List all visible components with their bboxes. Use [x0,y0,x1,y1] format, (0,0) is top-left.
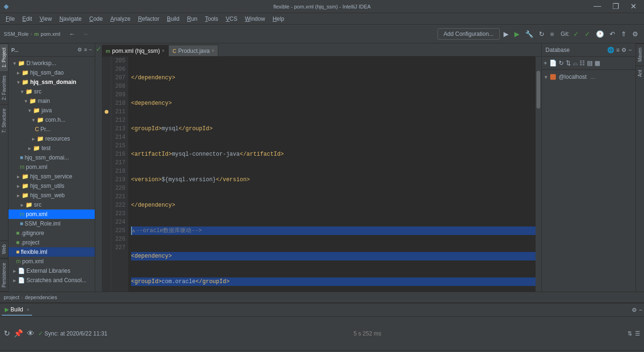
tree-item-service[interactable]: ► 📁 hjq_ssm_service [8,172,95,181]
navigate-back-button[interactable]: ← [66,28,78,40]
build-tab-close[interactable]: × [26,307,29,312]
stop-button[interactable]: ■ [548,28,556,40]
db-settings-icon[interactable]: ≡ [616,47,619,53]
menu-build[interactable]: Build [163,15,183,23]
tree-item-ssm-role-iml[interactable]: ■ SSM_Role.iml [8,219,95,228]
git-check2[interactable]: ✓ [583,28,592,40]
tree-item-domain-iml[interactable]: ■ hjq_ssm_domai... [8,153,95,162]
tree-item-project[interactable]: ■ .project [8,238,95,247]
tree-item-utils[interactable]: ► 📁 hjq_ssm_utils [8,181,95,191]
tree-item-pr[interactable]: C Pr... [8,125,95,134]
menu-vcs[interactable]: VCS [222,15,241,23]
tree-item-gitignore[interactable]: ■ .gitignore [8,228,95,238]
tree-item-hjq-domain[interactable]: ▼ 📁 hjq_ssm_domain [8,77,95,87]
breadcrumb-dependencies[interactable]: dependencies [25,294,58,300]
tree-item-pom-root[interactable]: m pom.xml [8,257,95,266]
tab-persistence[interactable]: Persistence [0,259,8,292]
ln-215: 215 [111,142,125,150]
editor-scrollbar[interactable] [536,57,541,292]
db-table-icon[interactable]: ☷ [579,59,585,67]
tab-project[interactable]: 1: Project [0,43,8,71]
menu-help[interactable]: Help [269,15,288,23]
tree-item-web[interactable]: ► 📁 hjq_ssm_web [8,191,95,200]
tree-item-scratches[interactable]: ► 📄 Scratches and Consol... [8,276,95,285]
maximize-button[interactable]: ❐ [609,2,623,11]
git-history[interactable]: 🕐 [594,28,606,40]
panel-icon-collapse[interactable]: − [89,47,92,53]
tab-ant[interactable]: Ant [636,66,644,81]
git-check1[interactable]: ✓ [571,28,581,40]
db-more-icon[interactable]: ... [590,74,595,80]
menu-edit[interactable]: Edit [18,15,36,23]
scrollbar-thumb[interactable] [537,71,540,109]
tree-item-java[interactable]: ▼ 📁 java [8,106,95,115]
tree-item-root[interactable]: ▼ 📁 D:\worksp... [8,59,95,68]
build-list-icon[interactable]: ☰ [635,330,640,337]
build-eye-button[interactable]: 👁 [27,329,34,338]
tree-item-comh[interactable]: ▼ 📁 com.h... [8,115,95,125]
tab-structure[interactable]: 7: Structure [0,104,8,137]
breadcrumb-project[interactable]: project [4,294,19,300]
menu-navigate[interactable]: Navigate [56,15,85,23]
db-filter-icon[interactable]: ▦ [594,59,600,67]
tree-item-resources[interactable]: ► 📁 resources [8,134,95,143]
git-push[interactable]: ⇑ [619,28,628,40]
tab-product-java[interactable]: C Product.java × [169,45,219,56]
db-col-icon[interactable]: ⌓ [573,59,578,67]
panel-icon-gear[interactable]: ⚙ [77,47,82,53]
debug-button[interactable]: ▶ [512,28,521,40]
tree-item-src[interactable]: ▼ 📁 src [8,87,95,96]
menu-code[interactable]: Code [85,15,107,23]
menu-file[interactable]: File [2,15,18,23]
menu-view[interactable]: View [36,15,56,23]
db-copy-icon[interactable]: 📄 [549,59,557,67]
git-undo[interactable]: ↶ [608,28,617,40]
tree-item-ext-libs[interactable]: ► 📄 External Libraries [8,266,95,276]
panel-icon-settings[interactable]: ≡ [84,47,87,53]
db-item-localhost[interactable]: ▼ @localhost ... [544,72,634,82]
refresh-button[interactable]: ↻ [537,28,546,40]
menu-window[interactable]: Window [241,15,269,23]
power-save[interactable]: ⚙ [630,28,640,40]
db-view-icon[interactable]: ▤ [587,59,593,67]
tab-maven[interactable]: Maven [636,43,644,66]
db-arrow-icon[interactable]: ⇅ [566,59,571,67]
add-configuration-button[interactable]: Add Configuration... [438,28,500,40]
tree-item-main[interactable]: ▼ 📁 main [8,96,95,106]
build-refresh-button[interactable]: ↻ [4,329,10,338]
tree-item-hjq-dao[interactable]: ► 📁 hjq_ssm_dao [8,68,95,77]
tree-item-pom-domain[interactable]: m pom.xml [8,162,95,172]
close-button[interactable]: ✕ [627,2,640,11]
navigate-forward-button[interactable]: ← [80,28,92,40]
tab-favorites[interactable]: 2: Favorites [0,71,8,104]
build-tab-build[interactable]: ▶ Build × [2,304,32,316]
db-globe-icon[interactable]: 🌐 [607,47,614,53]
menu-analyze[interactable]: Analyze [107,15,134,23]
tree-item-src2[interactable]: ► 📁 src [8,200,95,210]
db-add-icon[interactable]: + [544,59,547,67]
tree-item-flexible-iml[interactable]: ■ flexible.iml [8,247,95,257]
code-area[interactable]: </dependency> <dependency> <groupId>mysq… [128,57,536,292]
gutter-line-221 [102,193,111,201]
ln-205: 205 [111,57,125,65]
minimize-button[interactable]: — [590,2,605,11]
menu-tools[interactable]: Tools [201,15,222,23]
tab-pom-xml[interactable]: m pom.xml (hjq_ssm) × [102,45,169,56]
build-pin-button[interactable]: 📌 [14,329,23,338]
menu-refactor[interactable]: Refactor [134,15,163,23]
tab-product-close[interactable]: × [212,48,215,53]
build-settings-icon[interactable]: ⚙ [632,307,637,313]
menu-run[interactable]: Run [183,15,201,23]
editor-content: 205 206 207 208 209 210 211 212 213 214 … [102,57,541,292]
tree-item-pom-main[interactable]: m pom.xml [8,210,95,219]
db-refresh-icon[interactable]: ↻ [559,59,564,67]
build-sort-icon[interactable]: ⇅ [627,330,632,337]
run-button[interactable]: ▶ [502,28,511,40]
tab-web[interactable]: Web [0,240,8,258]
build-close-icon[interactable]: − [639,307,642,313]
db-gear-icon[interactable]: ⚙ [621,47,627,53]
db-minus-icon[interactable]: − [628,47,632,53]
tree-item-test[interactable]: ► 📁 test [8,143,95,153]
tab-pom-close[interactable]: × [162,48,165,53]
build-button[interactable]: 🔧 [523,28,535,40]
